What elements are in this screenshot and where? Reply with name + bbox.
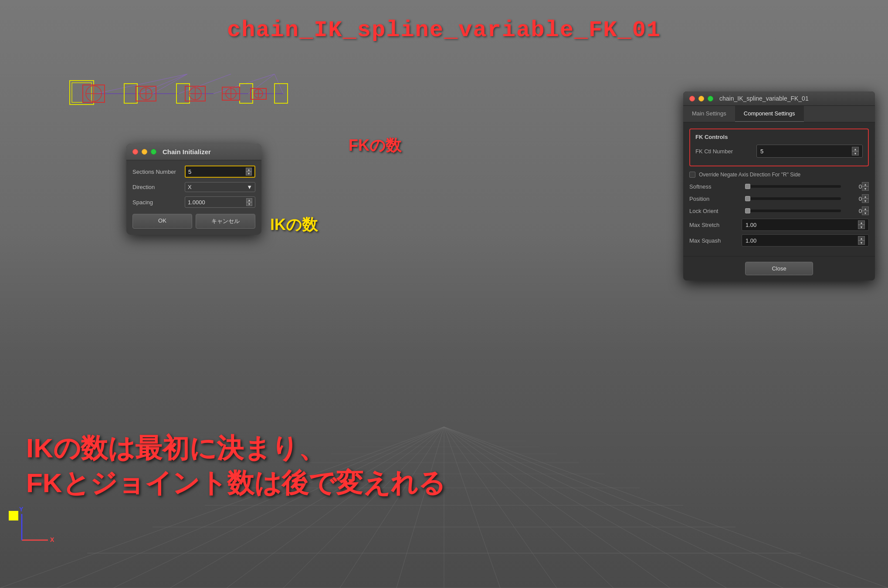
spacing-field: Spacing 1.0000 ▲ ▼: [132, 196, 255, 208]
floor-indicator: [9, 511, 18, 520]
sections-number-field: Sections Number 5 ▲ ▼: [132, 166, 255, 178]
fk-ctl-spinner[interactable]: ▲ ▼: [852, 147, 859, 155]
position-down[interactable]: ▼: [862, 199, 869, 203]
spinner-down[interactable]: ▼: [246, 172, 252, 176]
fk-label: FKの数: [349, 135, 401, 156]
max-squash-spinner[interactable]: ▲ ▼: [858, 236, 865, 245]
svg-line-19: [444, 427, 500, 588]
svg-line-22: [444, 427, 670, 588]
lock-orient-value: 0: [844, 208, 862, 214]
fk-controls-title: FK Controls: [695, 134, 863, 140]
annotation-line2: FKとジョイント数は後で変えれる: [26, 466, 445, 501]
spacing-spinner-up[interactable]: ▲: [246, 198, 252, 202]
max-squash-row: Max Squash 1.00 ▲ ▼: [689, 234, 869, 247]
direction-label: Direction: [132, 184, 185, 190]
softness-label: Softness: [689, 183, 742, 190]
max-stretch-input[interactable]: 1.00 ▲ ▼: [742, 219, 869, 231]
panel-title: chain_IK_spline_variable_FK_01: [719, 95, 809, 102]
cancel-button[interactable]: キャンセル: [196, 214, 255, 229]
dialog-title: Chain Initializer: [163, 148, 211, 155]
ok-button[interactable]: OK: [132, 214, 192, 229]
lock-orient-label: Lock Orient: [689, 208, 742, 214]
max-stretch-row: Max Stretch 1.00 ▲ ▼: [689, 219, 869, 231]
spacing-input[interactable]: 1.0000 ▲ ▼: [185, 196, 255, 208]
softness-slider[interactable]: [745, 185, 841, 188]
fk-ctl-spinner-down[interactable]: ▼: [852, 151, 859, 155]
position-thumb[interactable]: [745, 196, 750, 201]
lock-orient-down[interactable]: ▼: [862, 211, 869, 215]
panel-traffic-light-yellow[interactable]: [698, 96, 704, 101]
ik-label: IKの数: [270, 214, 318, 236]
sections-number-label: Sections Number: [132, 169, 185, 175]
svg-line-25: [444, 427, 840, 588]
max-stretch-down[interactable]: ▼: [858, 225, 865, 229]
axis-indicator: X Y: [13, 505, 57, 549]
traffic-light-green[interactable]: [151, 149, 156, 155]
svg-line-26: [444, 427, 888, 588]
svg-line-21: [444, 427, 613, 588]
rig-skeleton: [57, 61, 309, 131]
lock-orient-up[interactable]: ▲: [862, 206, 869, 211]
svg-line-23: [444, 427, 727, 588]
lock-orient-row: Lock Orient 0 ▲ ▼: [689, 206, 869, 215]
position-label: Position: [689, 196, 742, 202]
direction-field: Direction X ▼: [132, 182, 255, 192]
panel-footer: Close: [683, 256, 875, 280]
max-squash-down[interactable]: ▼: [858, 240, 865, 245]
svg-line-24: [444, 427, 783, 588]
max-stretch-label: Max Stretch: [689, 222, 742, 228]
panel-body: FK Controls FK Ctl Number 5 ▲ ▼ Override…: [683, 122, 875, 256]
max-stretch-spinner[interactable]: ▲ ▼: [858, 220, 865, 229]
softness-row: Softness 0 ▲ ▼: [689, 182, 869, 191]
chain-initializer-dialog: Chain Initializer Sections Number 5 ▲ ▼ …: [126, 144, 261, 235]
max-squash-up[interactable]: ▲: [858, 236, 865, 240]
traffic-light-red[interactable]: [132, 149, 138, 155]
traffic-light-yellow[interactable]: [142, 149, 147, 155]
sections-number-input[interactable]: 5 ▲ ▼: [185, 166, 255, 178]
svg-line-36: [96, 74, 187, 94]
annotation-text: IKの数は最初に決まり、 FKとジョイント数は後で変えれる: [26, 431, 445, 501]
override-checkbox-row: Override Negate Axis Direction For "R" S…: [689, 172, 869, 178]
softness-value: 0: [844, 183, 862, 190]
panel-traffic-light-green[interactable]: [708, 96, 713, 101]
tab-component-settings[interactable]: Component Settings: [735, 106, 804, 122]
fk-ctl-spinner-up[interactable]: ▲: [852, 147, 859, 151]
svg-line-20: [444, 427, 557, 588]
position-up[interactable]: ▲: [862, 194, 869, 199]
panel-traffic-light-red[interactable]: [689, 96, 695, 101]
spacing-label: Spacing: [132, 199, 185, 206]
max-squash-input[interactable]: 1.00 ▲ ▼: [742, 234, 869, 247]
component-settings-panel: chain_IK_spline_variable_FK_01 Main Sett…: [683, 91, 875, 280]
fk-ctl-number-input[interactable]: 5 ▲ ▼: [756, 145, 863, 158]
direction-select[interactable]: X ▼: [185, 182, 255, 192]
close-button[interactable]: Close: [745, 262, 813, 275]
spinner-up[interactable]: ▲: [246, 168, 252, 172]
spacing-spinner-down[interactable]: ▼: [246, 202, 252, 206]
fk-controls-section: FK Controls FK Ctl Number 5 ▲ ▼: [689, 128, 869, 166]
position-row: Position 0 ▲ ▼: [689, 194, 869, 203]
softness-up[interactable]: ▲: [862, 182, 869, 186]
position-value: 0: [844, 196, 862, 202]
position-spinner[interactable]: ▲ ▼: [862, 194, 869, 203]
dialog-buttons: OK キャンセル: [132, 214, 255, 229]
override-checkbox[interactable]: [689, 172, 695, 178]
override-checkbox-label: Override Negate Axis Direction For "R" S…: [699, 172, 800, 178]
tab-main-settings[interactable]: Main Settings: [683, 106, 735, 122]
fk-ctl-number-row: FK Ctl Number 5 ▲ ▼: [695, 145, 863, 158]
max-squash-label: Max Squash: [689, 237, 742, 244]
softness-spinner[interactable]: ▲ ▼: [862, 182, 869, 191]
max-stretch-up[interactable]: ▲: [858, 220, 865, 225]
viewport-title: chain_IK_spline_variable_FK_01: [227, 17, 661, 43]
position-slider[interactable]: [745, 197, 841, 200]
spacing-spinner[interactable]: ▲ ▼: [246, 198, 252, 206]
sections-number-spinner[interactable]: ▲ ▼: [246, 168, 252, 176]
svg-text:Y: Y: [19, 506, 24, 513]
dropdown-arrow: ▼: [247, 184, 252, 190]
dialog-titlebar: Chain Initializer: [126, 144, 261, 160]
softness-thumb[interactable]: [745, 184, 750, 189]
fk-ctl-number-label: FK Ctl Number: [695, 148, 756, 155]
lock-orient-thumb[interactable]: [745, 208, 750, 213]
lock-orient-slider[interactable]: [745, 210, 841, 212]
lock-orient-spinner[interactable]: ▲ ▼: [862, 206, 869, 215]
softness-down[interactable]: ▼: [862, 186, 869, 191]
